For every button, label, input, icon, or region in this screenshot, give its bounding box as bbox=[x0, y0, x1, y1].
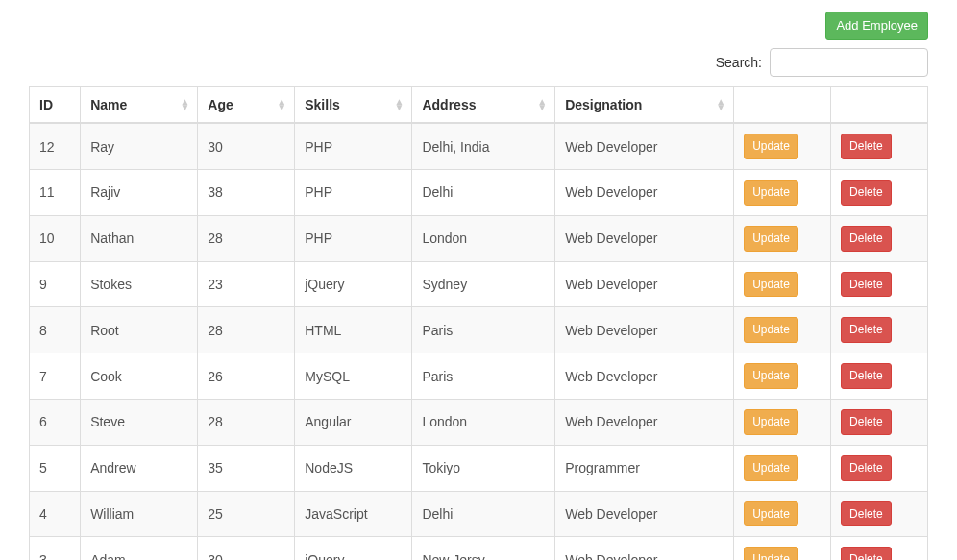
cell-name: Rajiv bbox=[81, 169, 198, 215]
cell-age: 25 bbox=[198, 491, 295, 537]
search-label: Search: bbox=[716, 55, 762, 70]
table-header-row: ID Name ▲▼ Age ▲▼ Skills ▲▼ Address ▲▼ D… bbox=[30, 87, 928, 124]
update-button[interactable]: Update bbox=[744, 547, 798, 560]
col-header-name[interactable]: Name ▲▼ bbox=[81, 87, 198, 124]
col-header-designation[interactable]: Designation ▲▼ bbox=[555, 87, 734, 124]
delete-button[interactable]: Delete bbox=[841, 272, 892, 298]
cell-update: Update bbox=[734, 537, 831, 560]
table-row: 7Cook26MySQLParisWeb DeveloperUpdateDele… bbox=[30, 353, 928, 400]
table-row: 4William25JavaScriptDelhiWeb DeveloperUp… bbox=[30, 491, 928, 537]
cell-update: Update bbox=[734, 399, 831, 445]
employee-table: ID Name ▲▼ Age ▲▼ Skills ▲▼ Address ▲▼ D… bbox=[29, 86, 928, 560]
table-row: 12Ray30PHPDelhi, IndiaWeb DeveloperUpdat… bbox=[30, 123, 928, 169]
cell-delete: Delete bbox=[831, 307, 928, 353]
cell-skills: NodeJS bbox=[295, 445, 412, 491]
cell-name: Root bbox=[81, 307, 198, 353]
cell-id: 12 bbox=[30, 123, 81, 169]
cell-age: 30 bbox=[198, 123, 295, 169]
col-header-id[interactable]: ID bbox=[30, 87, 81, 124]
cell-designation: Web Developer bbox=[555, 261, 734, 307]
cell-skills: PHP bbox=[295, 169, 412, 215]
sort-icon: ▲▼ bbox=[716, 99, 725, 110]
cell-age: 30 bbox=[198, 537, 295, 560]
cell-designation: Web Developer bbox=[555, 491, 734, 537]
col-header-skills[interactable]: Skills ▲▼ bbox=[295, 87, 412, 124]
cell-skills: MySQL bbox=[295, 353, 412, 400]
delete-button[interactable]: Delete bbox=[841, 409, 892, 435]
col-header-id-label: ID bbox=[39, 97, 53, 112]
cell-designation: Programmer bbox=[555, 445, 734, 491]
cell-age: 26 bbox=[198, 353, 295, 400]
update-button[interactable]: Update bbox=[744, 501, 798, 527]
delete-button[interactable]: Delete bbox=[841, 317, 892, 343]
delete-button[interactable]: Delete bbox=[841, 455, 892, 481]
cell-designation: Web Developer bbox=[555, 123, 734, 169]
cell-address: Delhi bbox=[412, 491, 555, 537]
cell-name: Stokes bbox=[81, 261, 198, 307]
cell-skills: Angular bbox=[295, 399, 412, 445]
update-button[interactable]: Update bbox=[744, 409, 798, 435]
update-button[interactable]: Update bbox=[744, 317, 798, 343]
col-header-delete bbox=[831, 87, 928, 124]
cell-age: 23 bbox=[198, 261, 295, 307]
search-input[interactable] bbox=[770, 48, 928, 77]
cell-delete: Delete bbox=[831, 491, 928, 537]
cell-id: 7 bbox=[30, 353, 81, 400]
cell-name: Nathan bbox=[81, 215, 198, 261]
update-button[interactable]: Update bbox=[744, 226, 798, 252]
delete-button[interactable]: Delete bbox=[841, 226, 892, 252]
cell-name: Cook bbox=[81, 353, 198, 400]
cell-designation: Web Developer bbox=[555, 307, 734, 353]
cell-designation: Web Developer bbox=[555, 399, 734, 445]
delete-button[interactable]: Delete bbox=[841, 547, 892, 560]
update-button[interactable]: Update bbox=[744, 134, 798, 159]
col-header-age[interactable]: Age ▲▼ bbox=[198, 87, 295, 124]
table-row: 10Nathan28PHPLondonWeb DeveloperUpdateDe… bbox=[30, 215, 928, 261]
col-header-name-label: Name bbox=[90, 97, 127, 112]
col-header-update bbox=[734, 87, 831, 124]
cell-id: 11 bbox=[30, 169, 81, 215]
cell-address: Sydney bbox=[412, 261, 555, 307]
cell-update: Update bbox=[734, 307, 831, 353]
update-button[interactable]: Update bbox=[744, 180, 798, 206]
cell-update: Update bbox=[734, 491, 831, 537]
cell-delete: Delete bbox=[831, 261, 928, 307]
update-button[interactable]: Update bbox=[744, 455, 798, 481]
cell-age: 28 bbox=[198, 307, 295, 353]
delete-button[interactable]: Delete bbox=[841, 180, 892, 206]
cell-address: Paris bbox=[412, 307, 555, 353]
cell-id: 10 bbox=[30, 215, 81, 261]
table-row: 5Andrew35NodeJSTokiyoProgrammerUpdateDel… bbox=[30, 445, 928, 491]
cell-skills: jQuery bbox=[295, 261, 412, 307]
col-header-designation-label: Designation bbox=[565, 97, 642, 112]
update-button[interactable]: Update bbox=[744, 363, 798, 389]
col-header-skills-label: Skills bbox=[305, 97, 340, 112]
add-employee-button[interactable]: Add Employee bbox=[825, 12, 928, 40]
col-header-address[interactable]: Address ▲▼ bbox=[412, 87, 555, 124]
cell-id: 6 bbox=[30, 399, 81, 445]
cell-update: Update bbox=[734, 261, 831, 307]
cell-update: Update bbox=[734, 123, 831, 169]
delete-button[interactable]: Delete bbox=[841, 363, 892, 389]
cell-delete: Delete bbox=[831, 399, 928, 445]
cell-update: Update bbox=[734, 169, 831, 215]
sort-icon: ▲▼ bbox=[537, 99, 547, 110]
cell-age: 38 bbox=[198, 169, 295, 215]
cell-address: Delhi bbox=[412, 169, 555, 215]
cell-delete: Delete bbox=[831, 215, 928, 261]
update-button[interactable]: Update bbox=[744, 272, 798, 298]
cell-age: 28 bbox=[198, 399, 295, 445]
delete-button[interactable]: Delete bbox=[841, 134, 892, 159]
cell-address: New Jersy bbox=[412, 537, 555, 560]
cell-address: Paris bbox=[412, 353, 555, 400]
table-row: 9Stokes23jQuerySydneyWeb DeveloperUpdate… bbox=[30, 261, 928, 307]
sort-icon: ▲▼ bbox=[395, 99, 405, 110]
cell-address: Tokiyo bbox=[412, 445, 555, 491]
cell-update: Update bbox=[734, 215, 831, 261]
cell-id: 5 bbox=[30, 445, 81, 491]
cell-address: Delhi, India bbox=[412, 123, 555, 169]
delete-button[interactable]: Delete bbox=[841, 501, 892, 527]
cell-id: 9 bbox=[30, 261, 81, 307]
cell-delete: Delete bbox=[831, 537, 928, 560]
cell-update: Update bbox=[734, 445, 831, 491]
